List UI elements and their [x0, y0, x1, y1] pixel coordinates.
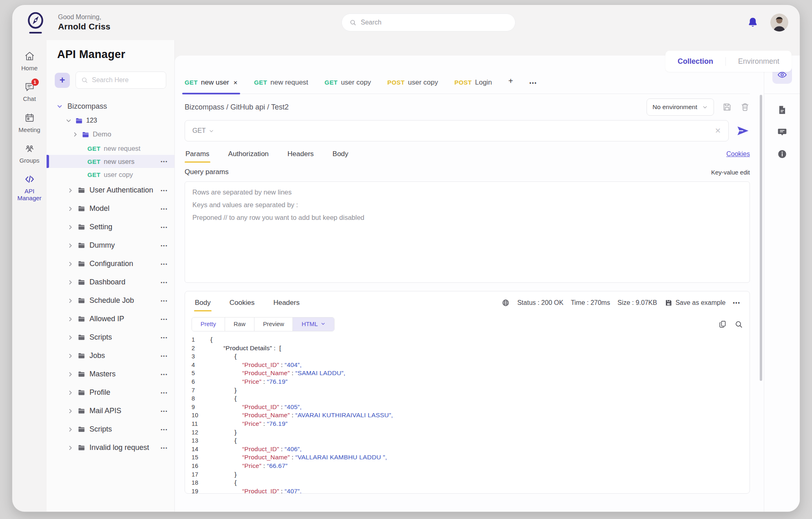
nav-rail-item-meeting[interactable]: Meeting — [12, 112, 47, 133]
save-request-icon[interactable] — [722, 102, 732, 112]
save-as-example-button[interactable]: Save as example — [665, 299, 726, 307]
request-tab[interactable]: POSTuser copy — [387, 78, 438, 94]
chevron-right-icon — [67, 298, 74, 304]
toggle-collection[interactable]: Collection — [665, 57, 726, 66]
section-tab-params[interactable]: Params — [185, 143, 210, 165]
tree-folder-item[interactable]: Allowed IP••• — [47, 310, 174, 328]
section-tab-authorization[interactable]: Authorization — [228, 143, 270, 165]
request-tab[interactable]: POSTLogin — [455, 78, 492, 94]
tree-folder-item[interactable]: Configuration••• — [47, 255, 174, 273]
delete-request-icon[interactable] — [740, 102, 750, 112]
item-more-menu[interactable]: ••• — [161, 188, 168, 193]
json-key: “Product_Name” — [242, 454, 290, 461]
send-request-button[interactable] — [736, 124, 750, 138]
tree-folder-item[interactable]: Masters••• — [47, 365, 174, 383]
toggle-environment[interactable]: Environment — [726, 57, 792, 66]
search-response-icon[interactable] — [734, 320, 743, 329]
tree-node-label: Demo — [93, 130, 111, 139]
collections-search-box[interactable] — [76, 72, 166, 89]
tree-node-label: 123 — [86, 117, 97, 124]
item-more-menu[interactable]: ••• — [161, 243, 168, 248]
query-params-editor[interactable]: Rows are separated by new lines Keys and… — [185, 181, 750, 283]
tree-request-item[interactable]: GETnew users••• — [47, 155, 174, 168]
item-more-menu[interactable]: ••• — [161, 206, 168, 211]
user-avatar[interactable] — [770, 13, 788, 31]
item-more-menu[interactable]: ••• — [161, 409, 168, 414]
clear-url-icon[interactable]: ✕ — [715, 126, 721, 135]
collections-search-input[interactable] — [92, 76, 161, 84]
section-tab-body[interactable]: Body — [332, 143, 349, 165]
global-search-input[interactable] — [361, 19, 508, 26]
nav-rail-item-chat[interactable]: 1Chat — [12, 81, 47, 102]
tree-folder-item[interactable]: Invalid log request••• — [47, 438, 174, 457]
nav-rail-item-home[interactable]: Home — [12, 51, 47, 72]
item-more-menu[interactable]: ••• — [161, 353, 168, 358]
response-tab-headers[interactable]: Headers — [272, 292, 300, 313]
left-nav-rail: Home1ChatMeetingGroupsAPI Manager — [12, 40, 47, 512]
view-mode-pretty[interactable]: Pretty — [192, 318, 225, 331]
add-tab-button[interactable]: + — [509, 76, 513, 94]
tree-node-collection-root[interactable]: Bizcompass — [47, 98, 174, 114]
tree-node-label: new request — [104, 145, 141, 152]
tree-folder-item[interactable]: User Authentication••• — [47, 181, 174, 199]
item-more-menu[interactable]: ••• — [161, 317, 168, 322]
more-tabs-button[interactable]: ••• — [529, 80, 537, 94]
view-mode-preview[interactable]: Preview — [254, 318, 293, 331]
tree-folder-item[interactable]: Model••• — [47, 199, 174, 218]
environment-select[interactable]: No environment — [647, 98, 714, 116]
section-tab-headers[interactable]: Headers — [287, 143, 315, 165]
code-icon — [24, 174, 35, 185]
response-body-code[interactable]: 1{2“Product Details” : [3{4“Product_ID” … — [185, 334, 750, 493]
tree-folder-item[interactable]: Schedule Job••• — [47, 291, 174, 310]
item-more-menu[interactable]: ••• — [161, 445, 168, 450]
item-more-menu[interactable]: ••• — [161, 372, 168, 377]
global-search-box[interactable] — [341, 13, 515, 31]
vertical-scrollbar[interactable] — [760, 95, 762, 381]
request-tab[interactable]: GETuser copy — [325, 78, 371, 94]
tree-folder-item[interactable]: Profile••• — [47, 383, 174, 402]
tree-request-item[interactable]: GETuser copy — [47, 168, 174, 181]
item-more-menu[interactable]: ••• — [161, 298, 168, 303]
item-more-menu[interactable]: ••• — [161, 335, 168, 340]
notification-bell-icon[interactable] — [747, 16, 759, 29]
info-icon[interactable] — [777, 149, 787, 159]
method-select[interactable]: GET — [192, 127, 221, 134]
method-select-value: GET — [192, 127, 206, 134]
response-time: Time : 270ms — [571, 299, 610, 306]
response-more-menu[interactable]: ••• — [733, 300, 741, 306]
view-mode-raw[interactable]: Raw — [225, 318, 254, 331]
collection-environment-toggle: Collection Environment — [665, 51, 792, 72]
tree-folder-item[interactable]: Dummy••• — [47, 236, 174, 255]
url-input[interactable] — [221, 127, 715, 134]
code-line-number: 11 — [192, 420, 210, 428]
tree-folder-item[interactable]: Scripts••• — [47, 420, 174, 438]
item-more-menu[interactable]: ••• — [161, 280, 168, 285]
tree-request-item[interactable]: GETnew request — [47, 142, 174, 155]
comments-icon[interactable] — [777, 127, 787, 137]
format-select[interactable]: HTML — [293, 318, 334, 331]
add-collection-button[interactable]: + — [55, 73, 70, 88]
tree-node-folder[interactable]: 123 — [47, 114, 174, 127]
copy-response-icon[interactable] — [718, 320, 727, 329]
close-tab-icon[interactable]: ✕ — [233, 80, 238, 86]
documentation-icon[interactable] — [777, 105, 787, 115]
tree-folder-item[interactable]: Jobs••• — [47, 347, 174, 365]
item-more-menu[interactable]: ••• — [161, 262, 168, 266]
request-tab[interactable]: GETnew user✕ — [185, 78, 238, 94]
item-more-menu[interactable]: ••• — [161, 390, 168, 395]
response-tab-cookies[interactable]: Cookies — [229, 292, 255, 313]
tree-folder-item[interactable]: Scripts••• — [47, 328, 174, 347]
nav-rail-item-api-manager[interactable]: API Manager — [12, 174, 47, 202]
key-value-edit-button[interactable]: Key-value edit — [711, 169, 750, 176]
response-tab-body[interactable]: Body — [194, 292, 212, 313]
tree-folder-item[interactable]: Mail APIS••• — [47, 402, 174, 420]
tree-folder-item[interactable]: Setting••• — [47, 218, 174, 236]
nav-rail-item-groups[interactable]: Groups — [12, 143, 47, 164]
item-more-menu[interactable]: ••• — [161, 427, 168, 432]
item-more-menu[interactable]: ••• — [161, 225, 168, 230]
cookies-link[interactable]: Cookies — [726, 150, 750, 158]
request-tab[interactable]: GETnew request — [254, 78, 308, 94]
tree-node-folder[interactable]: Demo — [47, 127, 174, 142]
item-more-menu[interactable]: ••• — [161, 159, 168, 164]
tree-folder-item[interactable]: Dashboard••• — [47, 273, 174, 291]
